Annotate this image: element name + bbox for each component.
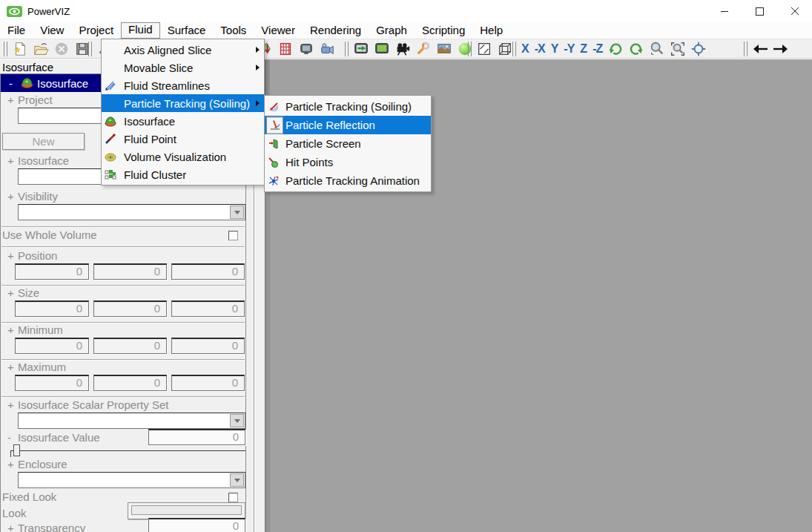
collapse-icon[interactable]: - bbox=[7, 431, 18, 444]
isosurface-value-slider-thumb[interactable] bbox=[13, 444, 20, 456]
menu-item-particle-tracking-soiling[interactable]: Particle Tracking (Soiling) bbox=[102, 94, 264, 112]
chevron-down-icon[interactable] bbox=[230, 414, 244, 427]
expand-icon[interactable]: + bbox=[7, 154, 18, 167]
wrench-orange-icon[interactable] bbox=[415, 40, 432, 58]
red-grid-icon[interactable] bbox=[277, 40, 294, 58]
menu-item-movable-slice[interactable]: Movable Slice bbox=[102, 59, 264, 76]
tree-collapse-icon[interactable]: - bbox=[9, 77, 13, 90]
crosshair-icon[interactable] bbox=[690, 40, 707, 58]
expand-icon[interactable]: + bbox=[7, 93, 18, 106]
toolbar-grip[interactable] bbox=[512, 42, 516, 56]
expand-icon[interactable]: + bbox=[7, 361, 18, 373]
view-axis-x-button[interactable]: X bbox=[521, 42, 529, 56]
position-y-field[interactable]: 0 bbox=[93, 263, 167, 280]
chevron-down-icon[interactable] bbox=[230, 473, 244, 487]
menu-tools[interactable]: Tools bbox=[213, 23, 254, 38]
menu-item-isosurface[interactable]: Isosurface bbox=[102, 112, 264, 130]
menu-viewer[interactable]: Viewer bbox=[254, 23, 303, 38]
maximum-x-field[interactable]: 0 bbox=[15, 375, 89, 391]
zoom-icon[interactable] bbox=[648, 40, 666, 58]
isosurface-value-slider-track[interactable] bbox=[10, 450, 245, 451]
toolbar-grip[interactable] bbox=[744, 42, 747, 56]
maximize-button[interactable] bbox=[742, 0, 777, 22]
submenu-item-particle-tracking-animation[interactable]: Particle Tracking Animation bbox=[265, 171, 431, 190]
back-arrow-icon[interactable] bbox=[751, 40, 769, 58]
camera-blue-icon[interactable] bbox=[318, 40, 336, 58]
toolbar-grip[interactable] bbox=[468, 42, 472, 56]
view-axis-y-button[interactable]: Y bbox=[551, 42, 558, 56]
size-z-field[interactable]: 0 bbox=[171, 301, 245, 317]
maximum-y-field[interactable]: 0 bbox=[93, 375, 167, 391]
size-x-field[interactable]: 0 bbox=[15, 301, 89, 317]
particle-tracking-submenu: Particle Tracking (Soiling) Particle Ref… bbox=[264, 95, 432, 192]
submenu-item-particle-reflection[interactable]: Particle Reflection bbox=[265, 116, 431, 134]
toolbar-grip[interactable] bbox=[4, 42, 7, 56]
minimum-z-field[interactable]: 0 bbox=[171, 338, 245, 354]
forward-arrow-icon[interactable] bbox=[772, 40, 790, 58]
menu-item-axis-aligned-slice[interactable]: Axis Aligned Slice bbox=[102, 41, 264, 59]
expand-icon[interactable]: + bbox=[7, 286, 18, 299]
menu-rendering[interactable]: Rendering bbox=[303, 23, 369, 38]
menu-file[interactable]: File bbox=[0, 23, 33, 38]
minimize-button[interactable] bbox=[707, 0, 742, 22]
zoom-region-icon[interactable] bbox=[669, 40, 687, 58]
close-disabled-icon[interactable] bbox=[53, 40, 70, 58]
submenu-item-hit-points[interactable]: Hit Points bbox=[265, 153, 431, 171]
rotate-ccw-icon[interactable] bbox=[627, 40, 645, 58]
expand-icon[interactable]: + bbox=[7, 458, 18, 470]
expand-icon[interactable]: + bbox=[7, 398, 18, 411]
enclosure-dropdown[interactable] bbox=[18, 472, 245, 488]
menu-item-volume-visualization[interactable]: Volume Visualization bbox=[102, 148, 264, 165]
scalar-property-set-dropdown[interactable] bbox=[18, 413, 245, 429]
look-button[interactable] bbox=[128, 502, 245, 519]
window-frame-icon[interactable] bbox=[475, 40, 493, 58]
maximum-z-field[interactable]: 0 bbox=[171, 375, 245, 391]
position-z-field[interactable]: 0 bbox=[171, 263, 245, 280]
new-button[interactable]: New bbox=[2, 133, 85, 150]
size-y-field[interactable]: 0 bbox=[93, 301, 167, 317]
view-axis-neg-z-button[interactable]: -Z bbox=[593, 42, 602, 56]
chevron-down-icon[interactable] bbox=[230, 206, 244, 219]
menu-item-fluid-cluster[interactable]: Fluid Cluster bbox=[102, 165, 264, 183]
use-whole-volume-checkbox[interactable] bbox=[228, 231, 238, 240]
tree-item-label: Isosurface bbox=[37, 77, 88, 90]
fixed-look-checkbox[interactable] bbox=[228, 493, 238, 502]
minimum-y-field[interactable]: 0 bbox=[93, 338, 167, 354]
menu-view[interactable]: View bbox=[33, 23, 71, 38]
expand-icon[interactable]: + bbox=[7, 249, 18, 262]
toolbar-grip[interactable] bbox=[88, 42, 92, 56]
camera-black-icon[interactable] bbox=[394, 40, 412, 58]
menu-scripting[interactable]: Scripting bbox=[415, 23, 472, 38]
screen-green-arrow-icon[interactable] bbox=[352, 40, 370, 58]
submenu-arrow-icon bbox=[256, 100, 260, 106]
menu-help[interactable]: Help bbox=[472, 23, 510, 38]
menu-surface[interactable]: Surface bbox=[160, 23, 214, 38]
view-axis-z-button[interactable]: Z bbox=[580, 42, 587, 56]
position-x-field[interactable]: 0 bbox=[15, 263, 89, 280]
open-folder-icon[interactable] bbox=[32, 40, 50, 58]
image-landscape-icon[interactable] bbox=[435, 40, 453, 58]
fluid-streamlines-icon bbox=[104, 79, 117, 92]
view-axis-neg-x-button[interactable]: -X bbox=[535, 42, 545, 56]
expand-icon[interactable]: + bbox=[7, 324, 18, 336]
expand-icon[interactable]: + bbox=[7, 522, 18, 532]
submenu-item-particle-tracking-soiling[interactable]: Particle Tracking (Soiling) bbox=[265, 97, 431, 116]
menu-item-fluid-streamlines[interactable]: Fluid Streamlines bbox=[102, 76, 264, 94]
monitor-gray-icon[interactable] bbox=[297, 40, 315, 58]
rotate-cw-icon[interactable] bbox=[607, 40, 624, 58]
new-document-icon[interactable] bbox=[11, 40, 29, 58]
submenu-item-particle-screen[interactable]: Particle Screen bbox=[265, 134, 431, 153]
view-axis-neg-y-button[interactable]: -Y bbox=[564, 42, 574, 56]
visibility-dropdown[interactable] bbox=[18, 204, 245, 220]
toolbar-grip[interactable] bbox=[345, 42, 349, 56]
menu-graph[interactable]: Graph bbox=[369, 23, 415, 38]
menu-project[interactable]: Project bbox=[71, 23, 121, 38]
minimum-x-field[interactable]: 0 bbox=[15, 338, 89, 354]
menu-item-fluid-point[interactable]: Fluid Point bbox=[102, 130, 264, 148]
transparency-field[interactable]: 0 bbox=[148, 518, 245, 532]
close-button[interactable] bbox=[777, 0, 812, 22]
screen-green-icon[interactable] bbox=[373, 40, 391, 58]
isosurface-value-field[interactable]: 0 bbox=[148, 429, 245, 445]
menu-fluid[interactable]: Fluid bbox=[121, 22, 160, 39]
expand-icon[interactable]: + bbox=[7, 190, 18, 203]
